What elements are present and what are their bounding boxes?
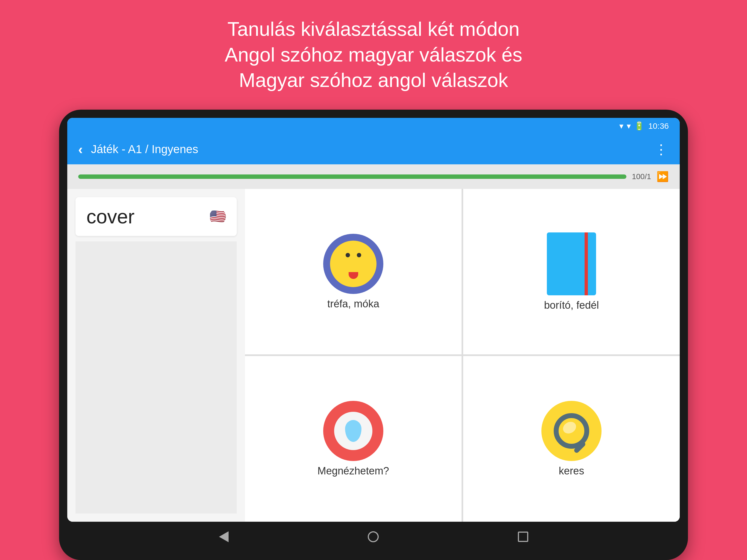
battery-icon: 🔋 bbox=[634, 121, 644, 131]
answer-card-trefa[interactable]: tréfa, móka bbox=[245, 189, 462, 355]
header-line2: Angol szóhoz magyar válaszok és bbox=[225, 42, 522, 68]
answer-label-borito: borító, fedél bbox=[544, 299, 599, 311]
app-title: Játék - A1 / Ingyenes bbox=[91, 143, 646, 156]
status-time: 10:36 bbox=[648, 121, 669, 131]
nav-back-button[interactable] bbox=[219, 531, 229, 542]
progress-bar-container bbox=[78, 175, 626, 179]
answer-label-keres: keres bbox=[559, 465, 584, 477]
main-content: 100/1 ⏩ cover 🇺🇸 bbox=[67, 164, 680, 522]
word-text: cover bbox=[86, 205, 134, 228]
back-button[interactable]: ‹ bbox=[78, 142, 83, 157]
progress-bar-fill bbox=[78, 175, 626, 179]
magnifier-icon bbox=[554, 413, 589, 449]
answer-label-megnezhetem: Megnézhetem? bbox=[317, 465, 389, 477]
answer-image-trefa bbox=[323, 234, 383, 294]
magnifier-glass bbox=[561, 419, 578, 436]
quiz-area: cover 🇺🇸 bbox=[67, 189, 680, 522]
answers-panel: tréfa, móka borító, fedél bbox=[245, 189, 680, 522]
answer-card-megnezhetem[interactable]: Megnézhetem? bbox=[245, 356, 462, 522]
empty-area bbox=[75, 241, 237, 513]
answer-image-borito bbox=[547, 232, 596, 295]
answer-card-borito[interactable]: borító, fedél bbox=[463, 189, 680, 355]
nav-bar bbox=[67, 522, 680, 552]
word-card: cover 🇺🇸 bbox=[75, 197, 237, 236]
device-wrapper: ▾ ▾ 🔋 10:36 ‹ Játék - A1 / Ingyenes ⋮ 10… bbox=[59, 110, 688, 560]
emoji-eyes bbox=[345, 253, 361, 257]
emoji-eye-right bbox=[357, 253, 361, 257]
status-bar: ▾ ▾ 🔋 10:36 bbox=[67, 118, 680, 134]
emoji-eye-left bbox=[345, 253, 350, 257]
book-spine bbox=[585, 232, 588, 295]
answer-image-search bbox=[541, 401, 601, 461]
app-bar: ‹ Játék - A1 / Ingyenes ⋮ bbox=[67, 134, 680, 164]
status-icons: ▾ ▾ 🔋 bbox=[619, 121, 644, 131]
wifi-icon: ▾ bbox=[619, 121, 623, 131]
header-line1: Tanulás kiválasztással két módon bbox=[225, 17, 522, 42]
emoji-tongue bbox=[349, 272, 358, 279]
progress-label: 100/1 bbox=[632, 172, 651, 181]
skip-button[interactable]: ⏩ bbox=[656, 171, 669, 182]
header-text-block: Tanulás kiválasztással két módon Angol s… bbox=[225, 17, 522, 93]
answer-card-keres[interactable]: keres bbox=[463, 356, 680, 522]
signal-icon: ▾ bbox=[627, 121, 631, 131]
word-panel: cover 🇺🇸 bbox=[67, 189, 245, 522]
nav-home-button[interactable] bbox=[368, 531, 379, 542]
flag-icon: 🇺🇸 bbox=[209, 208, 226, 225]
nav-recent-button[interactable] bbox=[518, 532, 528, 542]
toilet-inner bbox=[334, 412, 372, 450]
answer-label-trefa: tréfa, móka bbox=[327, 298, 379, 310]
header-line3: Magyar szóhoz angol válaszok bbox=[225, 68, 522, 93]
menu-button[interactable]: ⋮ bbox=[654, 142, 669, 157]
emoji-body bbox=[330, 240, 377, 287]
device-screen: ▾ ▾ 🔋 10:36 ‹ Játék - A1 / Ingyenes ⋮ 10… bbox=[67, 118, 680, 522]
progress-area: 100/1 ⏩ bbox=[67, 164, 680, 189]
water-drop bbox=[345, 420, 361, 442]
answer-image-toilet bbox=[323, 401, 383, 461]
